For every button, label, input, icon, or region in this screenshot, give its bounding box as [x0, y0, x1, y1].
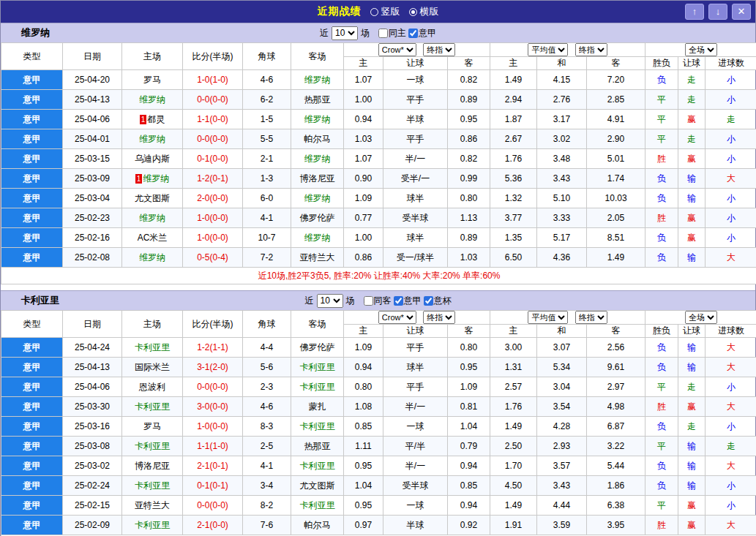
league-cell: 意甲 — [1, 169, 63, 189]
checkbox-input[interactable] — [364, 296, 373, 306]
date-cell: 25-04-06 — [63, 110, 122, 129]
checkbox-input[interactable] — [408, 29, 418, 38]
odds-away-cell: 0.80 — [448, 338, 490, 358]
avg-away-cell: 2.56 — [587, 338, 645, 358]
checkbox-input[interactable] — [424, 296, 433, 306]
filter-controls: 近 10 场 同客意甲意杯 — [305, 294, 452, 308]
home-team-cell: 尤文图斯 — [122, 189, 183, 208]
avg-home-cell: 1.31 — [490, 358, 537, 377]
avg-home-cell: 1.49 — [490, 417, 537, 437]
filter-checkboxes: 同客意甲意杯 — [364, 295, 452, 307]
date-cell: 25-04-01 — [63, 129, 122, 149]
filter-checkbox-2[interactable]: 意甲 — [408, 27, 436, 39]
result-wdl-cell: 负 — [645, 248, 678, 268]
team-name: 卡利亚里 — [21, 294, 59, 307]
filter-checkbox-1[interactable]: 同主 — [378, 27, 406, 39]
move-down-button[interactable]: ↓ — [708, 4, 727, 20]
result-goals-cell: 小 — [706, 377, 756, 397]
odds-away-cell: 1.03 — [448, 248, 490, 268]
date-cell: 25-03-30 — [63, 397, 122, 417]
avg-draw-cell: 3.48 — [537, 149, 587, 169]
avg-draw-cell: 3.43 — [537, 169, 587, 189]
odds-away-cell: 0.95 — [448, 358, 490, 377]
col-avg-draw: 和 — [537, 57, 587, 70]
filter-checkbox-3[interactable]: 意杯 — [424, 295, 452, 307]
avg-stage-select[interactable]: 终指 — [575, 43, 607, 56]
corner-cell: 5-5 — [243, 129, 291, 149]
away-team-cell: 卡利亚里 — [291, 417, 344, 437]
results-table: 类型 日期 主场 比分(半场) 角球 客场 Crow* 终指 平均值 终指 — [1, 310, 756, 536]
odds-stage-select[interactable]: 终指 — [423, 43, 455, 56]
odds-home-cell: 1.07 — [344, 149, 383, 169]
league-cell: 意甲 — [1, 358, 63, 377]
col-date: 日期 — [63, 311, 122, 338]
corner-cell: 10-7 — [243, 228, 291, 248]
avg-home-cell: 4.50 — [490, 476, 537, 496]
result-wdl-cell: 负 — [645, 169, 678, 189]
result-handicap-cell: 输 — [678, 169, 706, 189]
date-cell: 25-02-09 — [63, 516, 122, 535]
filter-checkbox-2[interactable]: 意甲 — [394, 295, 422, 307]
layout-radio-vertical[interactable]: 竖版 — [370, 5, 400, 18]
home-team-name: 国际米兰 — [135, 362, 170, 372]
home-team-name: 卡利亚里 — [135, 480, 170, 491]
odds-home-cell: 0.80 — [344, 377, 383, 397]
odds-away-cell: 1.09 — [448, 377, 490, 397]
avg-home-cell: 2.57 — [490, 377, 537, 397]
result-wdl-cell: 负 — [645, 476, 678, 496]
odds-stage-select[interactable]: 终指 — [423, 311, 455, 324]
result-handicap-cell: 输 — [678, 189, 706, 208]
handicap-cell: 平手 — [383, 377, 448, 397]
away-team-cell: 佛罗伦萨 — [291, 338, 344, 358]
team-section-1: 维罗纳 近 10 场 同主意甲 类型 日期 主场 比分(半场) — [1, 23, 755, 284]
col-odds-away: 客 — [448, 57, 490, 70]
checkbox-label: 意杯 — [434, 295, 452, 307]
result-handicap-cell: 输 — [678, 358, 706, 377]
avg-draw-cell: 5.17 — [537, 228, 587, 248]
home-team-name: 罗马 — [143, 75, 161, 85]
avg-draw-cell: 3.07 — [537, 338, 587, 358]
layout-radio-horizontal[interactable]: 横版 — [409, 5, 439, 18]
bookmaker-select[interactable]: Crow* — [378, 43, 416, 56]
home-team-cell: 恩波利 — [122, 377, 183, 397]
col-odds-home: 主 — [344, 325, 383, 338]
avg-stage-select[interactable]: 终指 — [575, 311, 607, 324]
bookmaker-select[interactable]: Crow* — [378, 311, 416, 324]
radio-icon — [370, 8, 378, 16]
away-team-cell: 尤文图斯 — [291, 476, 344, 496]
avg-home-cell: 5.36 — [490, 169, 537, 189]
match-count-select[interactable]: 10 — [317, 294, 343, 308]
match-row: 意甲25-03-04尤文图斯2-0(0-0)6-0维罗纳1.09球半0.801.… — [1, 189, 756, 208]
away-team-name: 亚特兰大 — [300, 252, 335, 263]
away-team-cell: 维罗纳 — [291, 149, 344, 169]
avg-away-cell: 5.44 — [587, 456, 645, 476]
close-button[interactable]: ✕ — [732, 4, 751, 20]
corner-cell: 7-2 — [243, 248, 291, 268]
away-team-name: 维罗纳 — [304, 233, 331, 243]
checkbox-input[interactable] — [378, 29, 388, 38]
avg-select[interactable]: 平均值 — [528, 43, 568, 56]
avg-home-cell: 1.32 — [490, 189, 537, 208]
avg-away-cell: 3.22 — [587, 437, 645, 456]
avg-away-cell: 7.20 — [587, 70, 645, 90]
checkbox-input[interactable] — [394, 296, 403, 306]
result-wdl-cell: 负 — [645, 189, 678, 208]
avg-select[interactable]: 平均值 — [528, 311, 568, 324]
avg-draw-cell: 3.59 — [537, 516, 587, 535]
checkbox-label: 同客 — [374, 295, 392, 307]
filter-checkbox-1[interactable]: 同客 — [364, 295, 392, 307]
odds-away-cell: 0.79 — [448, 437, 490, 456]
score-cell: 0-0(0-0) — [183, 90, 243, 110]
scope-select[interactable]: 全场 — [685, 43, 717, 56]
move-up-button[interactable]: ↑ — [685, 4, 704, 20]
odds-away-cell: 0.94 — [448, 496, 490, 516]
away-team-name: 卡利亚里 — [300, 421, 335, 431]
match-count-select[interactable]: 10 — [332, 26, 358, 40]
titlebar-buttons: ↑ ↓ ✕ — [685, 4, 751, 20]
home-team-cell: 博洛尼亚 — [122, 456, 183, 476]
scope-select[interactable]: 全场 — [685, 311, 717, 324]
away-team-cell: 蒙扎 — [291, 397, 344, 417]
result-wdl-cell: 负 — [645, 358, 678, 377]
date-cell: 25-04-06 — [63, 377, 122, 397]
away-team-cell: 维罗纳 — [291, 228, 344, 248]
